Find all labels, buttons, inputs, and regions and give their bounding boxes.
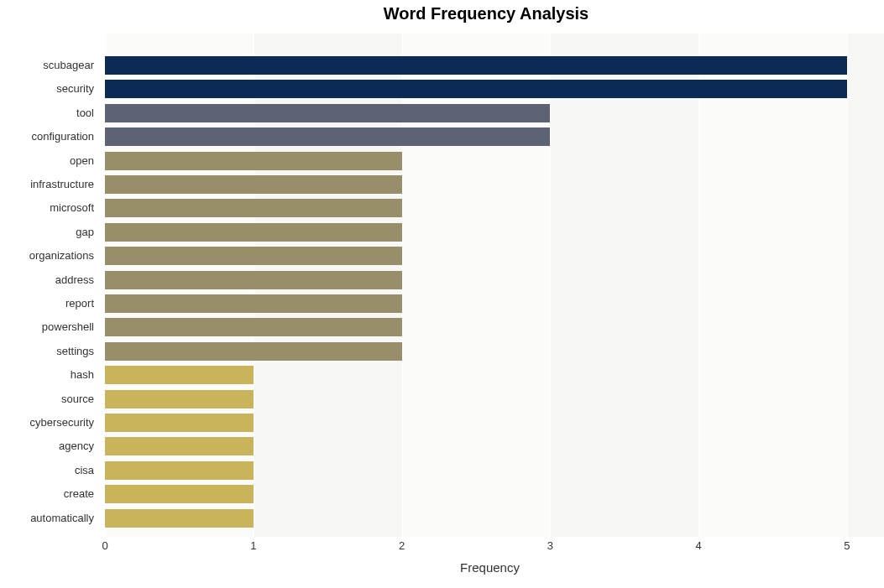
bar [105, 175, 402, 194]
bar [105, 294, 402, 313]
bar [105, 104, 550, 122]
bar [105, 485, 254, 503]
bar [105, 152, 402, 170]
bar [105, 509, 254, 528]
bar [105, 271, 402, 289]
y-tick-label: open [7, 152, 99, 170]
x-tick-label: 4 [695, 539, 701, 552]
y-tick-label: cybersecurity [7, 414, 99, 432]
bar [105, 461, 254, 480]
bar [105, 80, 847, 98]
y-tick-label: tool [7, 104, 99, 122]
y-tick-label: agency [7, 437, 99, 455]
y-tick-label: cisa [7, 461, 99, 480]
bar [105, 223, 402, 242]
bar [105, 366, 254, 384]
y-tick-label: create [7, 485, 99, 503]
y-tick-label: settings [7, 342, 99, 361]
y-tick-label: organizations [7, 247, 99, 265]
y-tick-label: report [7, 294, 99, 313]
y-tick-label: infrastructure [7, 175, 99, 194]
chart-container: Word Frequency Analysis Frequency scubag… [8, 4, 876, 584]
y-tick-label: address [7, 271, 99, 289]
x-tick-label: 3 [547, 539, 553, 552]
x-tick-label: 2 [399, 539, 405, 552]
y-tick-label: microsoft [7, 199, 99, 217]
y-tick-label: powershell [7, 318, 99, 336]
x-axis-label: Frequency [56, 560, 884, 575]
y-tick-label: gap [7, 223, 99, 242]
y-tick-label: scubagear [7, 56, 99, 75]
bar [105, 247, 402, 265]
chart-title: Word Frequency Analysis [8, 4, 876, 23]
bar [105, 56, 847, 75]
x-tick-label: 5 [844, 539, 850, 552]
y-tick-label: configuration [7, 127, 99, 146]
y-tick-label: hash [7, 366, 99, 384]
y-tick-label: security [7, 80, 99, 98]
y-tick-label: automatically [7, 509, 99, 528]
bar [105, 437, 254, 455]
bar [105, 318, 402, 336]
y-tick-label: source [7, 390, 99, 408]
plot-area [105, 34, 884, 537]
x-tick-label: 1 [250, 539, 256, 552]
bar [105, 199, 402, 217]
bar [105, 414, 254, 432]
bar [105, 127, 550, 146]
bar [105, 342, 402, 361]
x-tick-label: 0 [102, 539, 107, 552]
bar [105, 390, 254, 408]
